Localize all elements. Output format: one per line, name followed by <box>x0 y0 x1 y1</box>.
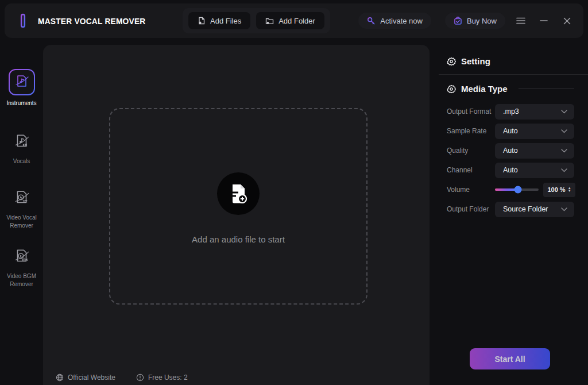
output-format-row: Output Format .mp3 <box>439 102 588 121</box>
output-format-label: Output Format <box>447 107 495 116</box>
waveform-icon <box>14 11 32 30</box>
vocals-icon <box>10 130 33 153</box>
chevron-down-icon <box>561 207 567 211</box>
app-logo: MASTER VOCAL REMOVER <box>14 11 155 30</box>
audio-drop-zone[interactable]: Add an audio file to start <box>109 108 368 305</box>
buy-now-label: Buy Now <box>467 17 497 25</box>
spinner-arrows-icon[interactable]: ▲▼ <box>568 187 571 192</box>
key-icon <box>367 17 376 25</box>
info-icon <box>136 374 144 382</box>
output-folder-select[interactable]: Source Folder <box>495 202 574 217</box>
quality-row: Quality Auto <box>439 141 588 160</box>
file-plus-icon <box>229 183 247 204</box>
output-format-select[interactable]: .mp3 <box>495 104 574 120</box>
title-bar: MASTER VOCAL REMOVER Add Files Add Folde… <box>5 3 583 38</box>
add-files-label: Add Files <box>210 17 241 25</box>
mode-sidebar: Instruments Vocals Vid <box>0 41 43 385</box>
shopping-bag-icon <box>454 16 462 25</box>
volume-slider[interactable] <box>495 186 539 194</box>
folder-add-icon <box>265 17 274 25</box>
output-folder-label: Output Folder <box>447 205 495 213</box>
channel-select[interactable]: Auto <box>495 163 574 178</box>
sidebar-label: Vocals <box>13 157 30 165</box>
output-folder-row: Output Folder Source Folder <box>439 199 588 219</box>
channel-value: Auto <box>503 166 561 174</box>
add-files-button[interactable]: Add Files <box>188 12 250 29</box>
setting-header: Setting <box>439 45 588 74</box>
close-icon[interactable] <box>559 13 574 28</box>
minimize-icon[interactable] <box>536 13 551 28</box>
globe-icon <box>56 374 64 382</box>
volume-label: Volume <box>447 186 495 194</box>
menu-icon[interactable] <box>513 13 528 28</box>
output-format-value: .mp3 <box>503 107 561 116</box>
sidebar-item-video-vocal-remover[interactable]: Video Vocal Remover <box>2 187 42 229</box>
activate-now-button[interactable]: Activate now <box>358 13 431 29</box>
output-folder-value: Source Folder <box>503 205 561 213</box>
setting-title: Setting <box>461 56 490 66</box>
start-all-button[interactable]: Start All <box>470 348 550 369</box>
volume-value: 100 % <box>547 186 565 193</box>
sample-rate-select[interactable]: Auto <box>495 124 574 139</box>
add-file-button[interactable] <box>217 172 260 215</box>
sample-rate-row: Sample Rate Auto <box>439 121 588 141</box>
setting-gear-icon <box>447 57 456 66</box>
main-panel: Add an audio file to start Official Webs… <box>43 45 430 385</box>
slider-thumb[interactable] <box>514 186 522 194</box>
quality-label: Quality <box>447 147 495 155</box>
section-rule <box>519 88 574 89</box>
add-folder-label: Add Folder <box>278 17 315 25</box>
sidebar-label: Video Vocal Remover <box>2 214 42 229</box>
volume-spinbox[interactable]: 100 % ▲▼ <box>543 183 575 197</box>
official-website-label: Official Website <box>68 374 115 382</box>
chevron-down-icon <box>561 149 567 153</box>
chevron-down-icon <box>561 129 567 133</box>
activate-now-label: Activate now <box>380 17 423 25</box>
buy-now-button[interactable]: Buy Now <box>445 13 505 29</box>
file-add-icon <box>198 17 206 25</box>
main-footer: Official Website Free Uses: 2 <box>56 374 188 382</box>
instruments-icon <box>9 69 35 95</box>
drop-hint-text: Add an audio file to start <box>110 234 366 244</box>
chevron-down-icon <box>561 168 567 172</box>
add-button-group: Add Files Add Folder <box>183 8 330 33</box>
channel-label: Channel <box>447 166 495 174</box>
app-title: MASTER VOCAL REMOVER <box>38 16 145 26</box>
sample-rate-label: Sample Rate <box>447 127 495 135</box>
volume-row: Volume 100 % ▲▼ <box>439 180 588 199</box>
sidebar-item-instruments[interactable]: Instruments <box>2 69 42 107</box>
sidebar-label: Instruments <box>6 99 36 107</box>
media-type-title: Media Type <box>461 84 508 94</box>
free-uses-indicator: Free Uses: 2 <box>136 374 188 382</box>
chevron-down-icon <box>561 110 567 114</box>
settings-panel: Setting Media Type Output Format .mp3 Sa… <box>439 45 588 385</box>
sample-rate-value: Auto <box>503 127 561 135</box>
sidebar-label: Video BGM Remover <box>2 272 42 288</box>
sidebar-item-vocals[interactable]: Vocals <box>2 130 42 165</box>
sidebar-item-video-bgm-remover[interactable]: Video BGM Remover <box>2 245 42 288</box>
media-type-gear-icon <box>447 84 456 94</box>
quality-select[interactable]: Auto <box>495 143 574 159</box>
video-bgm-remover-icon <box>10 245 33 268</box>
channel-row: Channel Auto <box>439 160 588 180</box>
quality-value: Auto <box>503 147 561 155</box>
free-uses-label: Free Uses: 2 <box>148 374 188 382</box>
add-folder-button[interactable]: Add Folder <box>256 12 324 29</box>
official-website-link[interactable]: Official Website <box>56 374 115 382</box>
video-vocal-remover-icon <box>10 187 33 210</box>
media-type-header: Media Type <box>439 75 588 97</box>
